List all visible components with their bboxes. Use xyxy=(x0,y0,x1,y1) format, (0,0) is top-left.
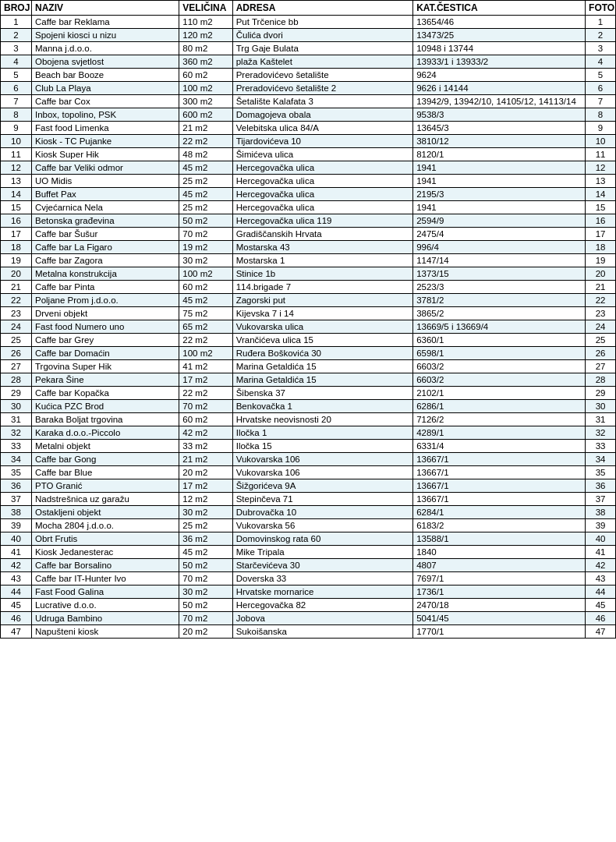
table-cell: Kiosk - TC Pujanke xyxy=(31,135,179,148)
header-foto: FOTO xyxy=(586,1,616,16)
table-cell: Sukoišanska xyxy=(232,625,412,639)
table-cell: Drveni objekt xyxy=(31,307,179,320)
table-cell: Buffet Pax xyxy=(31,188,179,201)
table-cell: Domovinskog rata 60 xyxy=(232,532,412,546)
table-cell: Spojeni kiosci u nizu xyxy=(31,29,179,42)
table-cell: 44 xyxy=(586,586,616,599)
table-cell: Vukovarska ulica xyxy=(232,320,412,334)
table-cell: 33 m2 xyxy=(179,440,232,453)
table-cell: Vukovarska 106 xyxy=(232,466,412,479)
table-cell: Hercegovačka ulica xyxy=(232,161,412,175)
table-row: 39Mocha 2804 j.d.o.o.25 m2Vukovarska 566… xyxy=(1,519,616,532)
table-cell: 9626 i 14144 xyxy=(413,82,586,95)
table-cell: 13 xyxy=(1,175,32,188)
table-cell: 75 m2 xyxy=(179,307,232,320)
table-cell: 21 m2 xyxy=(179,453,232,466)
table-cell: Karaka d.o.o.-Piccolo xyxy=(31,426,179,440)
table-cell: PTO Granić xyxy=(31,479,179,493)
table-cell: 22 xyxy=(586,294,616,307)
table-cell: Betonska građevina xyxy=(31,214,179,228)
table-cell: Šimićeva ulica xyxy=(232,148,412,161)
table-cell: 60 m2 xyxy=(179,413,232,426)
table-cell: 100 m2 xyxy=(179,267,232,281)
table-cell: 25 m2 xyxy=(179,175,232,188)
table-row: 18Caffe bar La Figaro19 m2Mostarska 4399… xyxy=(1,241,616,254)
table-cell: 26 xyxy=(1,347,32,360)
table-row: 32Karaka d.o.o.-Piccolo42 m2Iločka 14289… xyxy=(1,426,616,440)
table-row: 11Kiosk Super Hik48 m2Šimićeva ulica8120… xyxy=(1,148,616,161)
table-cell: 19 m2 xyxy=(179,241,232,254)
table-cell: 24 xyxy=(586,320,616,334)
table-cell: 39 xyxy=(1,519,32,532)
table-cell: 2 xyxy=(1,29,32,42)
table-cell: Caffe bar Borsalino xyxy=(31,559,179,572)
table-cell: Fast food Limenka xyxy=(31,122,179,135)
table-cell: 4 xyxy=(1,55,32,69)
table-cell: Caffe bar Blue xyxy=(31,466,179,479)
table-cell: 45 m2 xyxy=(179,161,232,175)
table-cell: 47 xyxy=(586,625,616,639)
table-cell: 2102/1 xyxy=(413,387,586,400)
table-cell: 38 xyxy=(586,506,616,519)
table-cell: Iločka 1 xyxy=(232,426,412,440)
table-cell: Caffe bar La Figaro xyxy=(31,241,179,254)
table-cell: 1147/14 xyxy=(413,254,586,267)
table-row: 8Inbox, topolino, PSK600 m2Domagojeva ob… xyxy=(1,108,616,122)
table-row: 44Fast Food Galina30 m2Hrvatske mornaric… xyxy=(1,586,616,599)
table-cell: Obrt Frutis xyxy=(31,532,179,546)
table-cell: 13654/46 xyxy=(413,16,586,29)
table-cell: 2594/9 xyxy=(413,214,586,228)
table-row: 2Spojeni kiosci u nizu120 m2Čulića dvori… xyxy=(1,29,616,42)
table-row: 46Udruga Bambino70 m2Jobova5041/4546 xyxy=(1,612,616,625)
table-cell: Metalni objekt xyxy=(31,440,179,453)
table-cell: 11 xyxy=(1,148,32,161)
table-row: 40Obrt Frutis36 m2Domovinskog rata 60135… xyxy=(1,532,616,546)
table-row: 19Caffe bar Zagora30 m2Mostarska 11147/1… xyxy=(1,254,616,267)
main-table: BROJ NAZIV VELIČINA ADRESA KAT.ČESTICA F… xyxy=(0,0,616,639)
table-row: 16Betonska građevina50 m2Hercegovačka ul… xyxy=(1,214,616,228)
table-cell: 5041/45 xyxy=(413,612,586,625)
table-cell: 300 m2 xyxy=(179,95,232,108)
table-row: 27Trgovina Super Hik41 m2Marina Getaldić… xyxy=(1,360,616,373)
table-cell: Caffe bar Cox xyxy=(31,95,179,108)
table-cell: Ruđera Boškovića 30 xyxy=(232,347,412,360)
table-cell: 6603/2 xyxy=(413,373,586,387)
table-cell: 18 xyxy=(586,241,616,254)
table-cell: 70 m2 xyxy=(179,228,232,241)
table-cell: 1373/15 xyxy=(413,267,586,281)
table-row: 7Caffe bar Cox300 m2Šetalište Kalafata 3… xyxy=(1,95,616,108)
table-cell: 9624 xyxy=(413,69,586,82)
table-cell: 40 xyxy=(1,532,32,546)
table-cell: Marina Getaldića 15 xyxy=(232,373,412,387)
table-cell: Mike Tripala xyxy=(232,546,412,559)
table-cell: 3781/2 xyxy=(413,294,586,307)
table-row: 28Pekara Šine17 m2Marina Getaldića 15660… xyxy=(1,373,616,387)
table-cell: 6 xyxy=(1,82,32,95)
table-cell: 9 xyxy=(586,122,616,135)
table-row: 26Caffe bar Domaćin100 m2Ruđera Bošković… xyxy=(1,347,616,360)
table-cell: 25 xyxy=(1,334,32,347)
table-cell: 46 xyxy=(1,612,32,625)
table-cell: 8120/1 xyxy=(413,148,586,161)
table-cell: 4807 xyxy=(413,559,586,572)
table-cell: 1941 xyxy=(413,175,586,188)
table-cell: 4289/1 xyxy=(413,426,586,440)
table-cell: 13473/25 xyxy=(413,29,586,42)
table-row: 33Metalni objekt33 m2Iločka 156331/433 xyxy=(1,440,616,453)
table-cell: Caffe bar Domaćin xyxy=(31,347,179,360)
table-row: 1Caffe bar Reklama110 m2Put Trčenice bb1… xyxy=(1,16,616,29)
table-cell: Club La Playa xyxy=(31,82,179,95)
table-cell: Put Trčenice bb xyxy=(232,16,412,29)
table-cell: 13667/1 xyxy=(413,479,586,493)
table-cell: 6598/1 xyxy=(413,347,586,360)
table-cell: Caffe bar Grey xyxy=(31,334,179,347)
table-cell: 1941 xyxy=(413,161,586,175)
table-row: 47Napušteni kiosk20 m2Sukoišanska1770/14… xyxy=(1,625,616,639)
table-cell: 32 xyxy=(1,426,32,440)
table-cell: Hercegovačka 82 xyxy=(232,599,412,612)
table-cell: 2475/4 xyxy=(413,228,586,241)
table-cell: Benkovačka 1 xyxy=(232,400,412,413)
table-cell: 70 m2 xyxy=(179,612,232,625)
table-cell: 24 xyxy=(1,320,32,334)
table-cell: 7 xyxy=(586,95,616,108)
